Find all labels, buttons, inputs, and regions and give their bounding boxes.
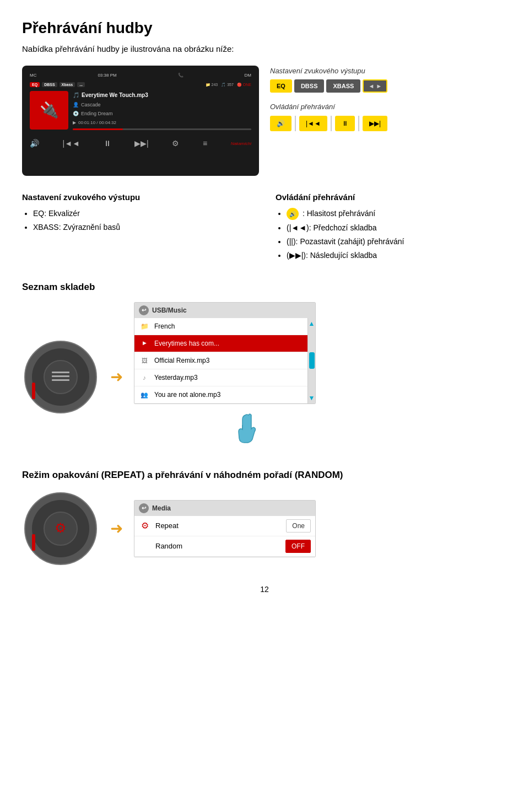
radio-top-bar: MC 03:38 PM 📞 DM [28, 71, 253, 80]
radio-time: 03:38 PM [98, 72, 116, 79]
repeat-heading: Režim opakování (REPEAT) a přehrávání v … [22, 468, 507, 482]
radio-track-info: 🎵 Everytime We Touch.mp3 👤 Cascade 💿 End… [73, 91, 251, 135]
pb-next-btn[interactable]: ▶▶| [363, 116, 387, 131]
person-icon: 👤 [73, 101, 79, 109]
radio-extra-btn[interactable]: ... [77, 82, 85, 87]
radio-diagram: MC 03:38 PM 📞 DM EQ DBSS Xbass ... 📁 243… [22, 66, 259, 176]
pause-ctrl[interactable]: ⏸ [104, 138, 111, 149]
radio-eq-btn[interactable]: EQ [30, 82, 40, 87]
top-section: MC 03:38 PM 📞 DM EQ DBSS Xbass ... 📁 243… [22, 66, 507, 176]
usb-icon: 🔌 [40, 99, 59, 122]
sound-output-title: Nastavení zvukového výstupu [270, 66, 507, 77]
volume-ctrl[interactable]: 🔊 [30, 138, 39, 149]
track-title: 🎵 Everytime We Touch.mp3 [73, 91, 251, 99]
menu-ctrl[interactable]: ≡ [203, 138, 207, 149]
svg-rect-2 [32, 383, 35, 399]
folder-icon-french: 📁 [139, 321, 150, 332]
playback-control-desc: Ovládání přehrávání 🔊 : Hlasitost přehrá… [276, 191, 507, 264]
sound-output-buttons: EQ DBSS XBASS ◄ ► [270, 79, 507, 93]
list-item-official-remix[interactable]: 🖼 Official Remix.mp3 [134, 352, 307, 369]
ann-dbss-btn[interactable]: DBSS [294, 79, 325, 93]
radio-content: 🔌 🎵 Everytime We Touch.mp3 👤 Cascade 💿 E… [28, 91, 253, 135]
track-time: ▶ 00:01:10 / 00:04:32 [73, 120, 251, 126]
svg-rect-6 [52, 379, 69, 381]
ann-eq-btn[interactable]: EQ [270, 79, 292, 93]
radio-xbass-btn[interactable]: Xbass [60, 82, 75, 87]
knob-svg [22, 338, 99, 416]
radio-dbss-btn[interactable]: DBSS [42, 82, 57, 87]
sound-item-eq: EQ: Ekvalizér [33, 208, 253, 219]
next-ctrl[interactable]: ▶▶| [134, 138, 149, 149]
track-title-text: Everytime We Touch.mp3 [82, 91, 148, 99]
hand-svg [233, 410, 266, 448]
play-icon-small: ▶ [73, 120, 76, 126]
page-title: Přehrávání hudby [22, 17, 507, 40]
radio-brand: Nakamichi [231, 141, 251, 147]
list-item-french[interactable]: 📁 French [134, 318, 307, 335]
progress-bar [73, 128, 251, 130]
sound-output-annotation: Nastavení zvukového výstupu EQ DBSS XBAS… [270, 66, 507, 93]
file-list-header: ↩ USB/Music [134, 303, 315, 318]
knob2-svg: ⚙ [22, 490, 99, 567]
album-icon: 💿 [73, 110, 79, 118]
annotations-panel: Nastavení zvukového výstupu EQ DBSS XBAS… [270, 66, 507, 140]
playback-item-pause: (||): Pozastavit (zahájit) přehrávání [287, 236, 507, 248]
file-list-panel: ↩ USB/Music 📁 French ▶ Everytimes has c [134, 302, 316, 404]
radio-screen: MC 03:38 PM 📞 DM EQ DBSS Xbass ... 📁 243… [22, 66, 259, 176]
settings-panel: ↩ Media ⚙ Repeat One Random OFF [134, 500, 316, 557]
music-icon-yesterday: ♪ [139, 372, 150, 383]
pb-sep1 [295, 116, 296, 131]
item-text-yesterday: Yesterday.mp3 [154, 373, 303, 383]
sound-item-xbass: XBASS: Zvýraznění basů [33, 222, 253, 233]
settings-row-repeat[interactable]: ⚙ Repeat One [134, 516, 315, 536]
list-item-everytimes[interactable]: ▶ Everytimes has com... [134, 335, 307, 352]
intro-text: Nabídka přehrávání hudby je ilustrována … [22, 43, 507, 56]
pb-pause-btn[interactable]: ⏸ [335, 116, 355, 131]
settings-back-icon[interactable]: ↩ [139, 503, 149, 513]
scrollbar-thumb[interactable] [309, 352, 315, 369]
ann-audio-btn[interactable]: ◄ ► [363, 79, 387, 93]
volume-inline-icon: 🔊 [287, 208, 299, 220]
track-artist-text: Cascade [81, 101, 101, 109]
playback-annotation: Ovládání přehrávání 🔊 |◄◄ ⏸ ▶▶| [270, 101, 507, 131]
radio-album-art: 🔌 [30, 91, 68, 130]
gear-icon-red: ⚙ [139, 520, 151, 532]
page-number: 12 [22, 584, 507, 595]
hand-cursor-icon [233, 410, 316, 452]
svg-rect-9 [32, 534, 35, 551]
people-icon: 👥 [139, 389, 150, 400]
list-item-youarenotalone[interactable]: 👥 You are not alone.mp3 [134, 386, 307, 404]
radio-folder-info: 📁 243 🎵 357 🔴 ONE [206, 82, 251, 88]
sound-output-heading: Nastavení zvukového výstupu [22, 191, 253, 204]
svg-rect-5 [52, 375, 69, 377]
prev-ctrl[interactable]: |◄◄ [63, 138, 80, 149]
playback-control-heading: Ovládání přehrávání [276, 191, 507, 204]
random-value: OFF [285, 540, 311, 553]
radio-phone-icon: 📞 [178, 72, 183, 79]
sound-output-list: EQ: Ekvalizér XBASS: Zvýraznění basů [22, 208, 253, 233]
file-list-container: ↩ USB/Music 📁 French ▶ Everytimes has c [134, 302, 316, 452]
item-text-official-remix: Official Remix.mp3 [154, 356, 303, 365]
item-text-french: French [154, 321, 303, 331]
pb-volume-btn[interactable]: 🔊 [270, 116, 292, 131]
pb-prev-btn[interactable]: |◄◄ [299, 116, 327, 131]
ann-xbass-btn[interactable]: XBASS [326, 79, 360, 93]
play-icon-everytimes: ▶ [139, 338, 150, 349]
settings-header: ↩ Media [134, 501, 315, 516]
arrow-right-icon2: ➜ [110, 517, 123, 540]
repeat-content: ⚙ ➜ ↩ Media ⚙ Repeat One Random OFF [22, 490, 507, 567]
settings-ctrl[interactable]: ⚙ [172, 138, 179, 149]
back-icon[interactable]: ↩ [139, 305, 149, 315]
random-label: Random [155, 541, 281, 552]
scroll-down-arrow[interactable]: ▼ [309, 395, 315, 401]
note-icon: 🎵 [73, 91, 79, 99]
pb-sep3 [358, 116, 359, 131]
radio-eq-row: EQ DBSS Xbass ... 📁 243 🎵 357 🔴 ONE [28, 82, 253, 88]
svg-text:⚙: ⚙ [55, 520, 67, 535]
knob-diagram [22, 338, 99, 416]
arrow-right-icon: ➜ [110, 365, 123, 389]
repeat-section: Režim opakování (REPEAT) a přehrávání v … [22, 468, 507, 567]
scroll-up-arrow[interactable]: ▲ [309, 320, 315, 327]
list-item-yesterday[interactable]: ♪ Yesterday.mp3 [134, 369, 307, 386]
settings-row-random[interactable]: Random OFF [134, 536, 315, 557]
